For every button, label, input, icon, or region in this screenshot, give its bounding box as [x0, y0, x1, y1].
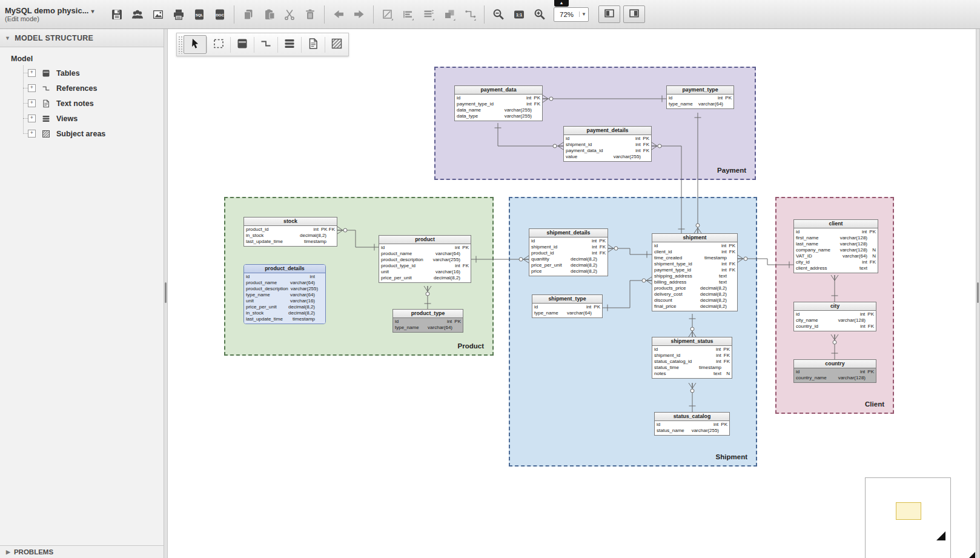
table-stock[interactable]: stockproduct_idintPK FKin_stockdecimal(8… — [243, 217, 337, 247]
reference-shipment-payment_type[interactable] — [694, 113, 701, 233]
overview-viewport[interactable] — [896, 502, 921, 520]
table-header[interactable]: payment_details — [564, 127, 651, 135]
add-text-note-tool-button[interactable] — [302, 35, 325, 54]
model-structure-header[interactable]: ▼ MODEL STRUCTURE — [0, 29, 164, 47]
save-button[interactable] — [107, 5, 127, 24]
table-header[interactable]: shipment_type — [532, 295, 602, 304]
cut-button[interactable] — [279, 5, 300, 24]
problems-panel-header[interactable]: ▶ PROBLEMS — [0, 545, 164, 558]
align-button[interactable] — [398, 5, 419, 24]
toggle-left-panel-button[interactable] — [598, 5, 620, 23]
doc-export-button[interactable]: DOC — [210, 5, 230, 24]
expand-plus-icon[interactable]: + — [28, 115, 36, 122]
reference-client-city[interactable] — [831, 275, 838, 302]
reference-shipment_status-status_catalog[interactable] — [689, 383, 696, 412]
sidebar-item-references[interactable]: +References — [18, 81, 164, 96]
right-panel-resize-handle[interactable] — [976, 29, 980, 558]
toggle-right-panel-button[interactable] — [623, 5, 645, 23]
table-shipment_type[interactable]: shipment_typeidintPKtype_namevarchar(64) — [532, 294, 603, 318]
sidebar-item-subject-areas[interactable]: +Subject areas — [18, 126, 164, 141]
reference-product-product_type[interactable] — [424, 286, 431, 309]
table-shipment_details[interactable]: shipment_detailsidintPKshipment_idintFKp… — [529, 228, 608, 276]
print-button[interactable] — [168, 5, 189, 24]
table-shipment[interactable]: shipmentidintPKclient_idintFKtime_create… — [652, 233, 738, 311]
sidebar-item-text-notes[interactable]: +Text notes — [18, 96, 164, 111]
expand-plus-icon[interactable]: + — [28, 69, 36, 77]
reference-payment_details-payment_data[interactable] — [495, 123, 564, 150]
overview-resize-icon[interactable] — [936, 531, 945, 540]
column-type: varchar(64) — [290, 292, 315, 298]
expand-plus-icon[interactable]: + — [28, 84, 36, 92]
image-export-button[interactable] — [148, 5, 168, 24]
reference-shipment_status-shipment[interactable] — [689, 314, 696, 337]
sidebar-resize-handle[interactable] — [164, 29, 168, 558]
model-title-menu[interactable]: MySQL demo physic...▾ (Edit mode) — [5, 6, 107, 22]
paste-button[interactable] — [259, 5, 279, 24]
redo-button[interactable] — [349, 5, 369, 24]
table-header[interactable]: stock — [244, 218, 337, 226]
marquee-select-tool-button[interactable] — [207, 35, 230, 54]
reference-payment_data-payment_type[interactable] — [543, 95, 666, 102]
table-client[interactable]: clientidintPKfirst_namevarchar(128)last_… — [793, 219, 878, 273]
table-product[interactable]: productidintPKproduct_namevarchar(64)pro… — [379, 235, 471, 283]
table-header[interactable]: country — [794, 360, 876, 368]
table-header[interactable]: shipment — [652, 234, 737, 242]
reference-shipment-client[interactable] — [738, 255, 793, 268]
tree-root-model[interactable]: Model — [11, 55, 164, 63]
resize-grip[interactable] — [165, 282, 167, 303]
actual-size-button[interactable]: 1:1 — [509, 5, 529, 24]
add-subject-area-tool-button[interactable] — [325, 35, 348, 54]
reference-shipment_details-shipment[interactable] — [608, 245, 652, 258]
connector-style-button[interactable] — [460, 5, 480, 24]
view-product_details[interactable]: product_detailsidintproduct_namevarchar(… — [243, 264, 326, 324]
sidebar-item-views[interactable]: +Views — [18, 111, 164, 126]
table-shipment_status[interactable]: shipment_statusidintPKshipment_idintFKst… — [652, 337, 732, 379]
table-header[interactable]: product_type — [393, 310, 463, 318]
table-header[interactable]: shipment_details — [529, 229, 608, 237]
reference-shipment-shipment_type[interactable] — [603, 277, 652, 311]
table-country[interactable]: countryidintPKcountry_namevarchar(128) — [793, 359, 876, 383]
table-header[interactable]: product_details — [244, 265, 325, 273]
undo-button[interactable] — [328, 5, 349, 24]
group-button[interactable] — [439, 5, 460, 24]
copy-button[interactable] — [238, 5, 259, 24]
add-table-tool-button[interactable] — [231, 35, 254, 54]
add-reference-tool-button[interactable] — [254, 35, 277, 54]
delete-button[interactable] — [300, 5, 320, 24]
table-header[interactable]: client — [794, 220, 878, 228]
toolbar-collapse-tab[interactable]: ▲ — [554, 0, 569, 7]
add-view-tool-button[interactable] — [278, 35, 301, 54]
table-payment_data[interactable]: payment_dataidintPKpayment_type_idintFKd… — [454, 85, 543, 121]
sidebar-item-tables[interactable]: +Tables — [18, 65, 164, 81]
reference-payment_details-shipment[interactable] — [652, 142, 685, 233]
table-header[interactable]: city — [794, 302, 876, 311]
expand-plus-icon[interactable]: + — [28, 130, 36, 138]
resize-grip[interactable] — [977, 282, 979, 303]
overview-panel[interactable] — [865, 477, 951, 558]
table-header[interactable]: payment_type — [667, 86, 733, 95]
column-name: price — [531, 268, 568, 274]
table-header[interactable]: status_catalog — [655, 413, 729, 421]
table-header[interactable]: product — [379, 236, 471, 244]
toolbar-grip[interactable] — [177, 35, 183, 54]
table-header[interactable]: shipment_status — [652, 337, 732, 346]
line-style-button[interactable] — [377, 5, 398, 24]
diagram-canvas[interactable]: PaymentProductShipmentClientpayment_data… — [168, 29, 975, 558]
zoom-out-button[interactable] — [488, 5, 509, 24]
sql-export-button[interactable]: SQL — [189, 5, 210, 24]
select-tool-button[interactable] — [184, 35, 207, 54]
table-city[interactable]: cityidintPKcity_namevarchar(128)country_… — [793, 302, 876, 331]
reference-shipment_details-product[interactable] — [471, 256, 529, 263]
expand-plus-icon[interactable]: + — [28, 99, 36, 107]
auto-layout-button[interactable] — [419, 5, 439, 24]
share-button[interactable] — [127, 5, 148, 24]
table-header[interactable]: payment_data — [455, 86, 542, 95]
table-payment_type[interactable]: payment_typeidintPKtype_namevarchar(64) — [666, 85, 734, 109]
table-product_type[interactable]: product_typeidintPKtype_namevarchar(64) — [392, 309, 463, 333]
reference-stock-product[interactable] — [337, 227, 379, 251]
reference-city-country[interactable] — [831, 334, 838, 359]
zoom-level-select[interactable]: 72% ▼ — [554, 7, 589, 22]
table-status_catalog[interactable]: status_catalogidintPKstatus_namevarchar(… — [654, 412, 730, 436]
zoom-in-button[interactable] — [529, 5, 550, 24]
table-payment_details[interactable]: payment_detailsidintPKshipment_idintFKpa… — [563, 126, 652, 162]
